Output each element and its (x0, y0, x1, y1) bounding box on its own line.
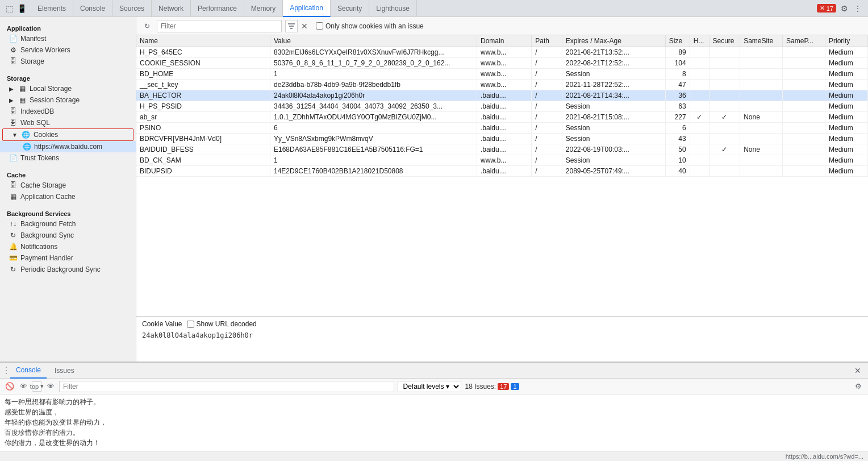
refresh-button[interactable]: ↻ (141, 20, 153, 32)
col-header-name[interactable]: Name (136, 35, 270, 47)
console-eye-icon[interactable]: 👁 (18, 381, 28, 392)
cell-domain: www.b... (477, 47, 531, 58)
cache-section-title: Cache (0, 168, 136, 180)
col-header-samep[interactable]: SameP... (783, 35, 825, 47)
col-header-path[interactable]: Path (532, 35, 562, 47)
settings-icon[interactable]: ⚙ (838, 3, 850, 14)
table-row[interactable]: BD_CK_SAM1www.b.../Session10Medium (136, 155, 868, 166)
cell-value: 6 (270, 123, 477, 134)
tab-performance[interactable]: Performance (191, 0, 244, 17)
inspect-icon[interactable]: ⬚ (3, 3, 15, 14)
table-row[interactable]: BA_HECTOR24ak0l8l04ala4akop1gi206h0r.bai… (136, 90, 868, 101)
sidebar-item-trust-tokens[interactable]: 📄 Trust Tokens (0, 152, 136, 164)
cell-size: 36 (665, 90, 690, 101)
tab-security[interactable]: Security (331, 0, 369, 17)
col-header-h[interactable]: H... (690, 35, 709, 47)
table-row[interactable]: BIDUPSID14E2D9CE1760B402BB1A218021D50808… (136, 166, 868, 177)
table-row[interactable]: BAIDUID_BFESSE168DA63AE85F881C16EE1A5B75… (136, 144, 868, 155)
clear-filter-button[interactable]: ✕ (301, 22, 308, 31)
sidebar-item-cookies[interactable]: ▼ 🌐 Cookies (2, 128, 133, 141)
console-output[interactable]: 每一种思想都有影响力的种子。感受世界的温度，年轻的你也能为改变世界的动力，百度珍… (0, 394, 868, 451)
cell-path: / (532, 47, 562, 58)
sidebar-item-session-storage[interactable]: ▶ ▦ Session Storage (0, 94, 136, 106)
table-row[interactable]: ab_sr1.0.1_ZDhhMTAxODU4MGY0OTg0MzBIZGU0Z… (136, 112, 868, 123)
console-target-icon[interactable]: top ▾ (32, 381, 42, 392)
show-url-decoded-checkbox[interactable] (187, 321, 194, 328)
sidebar-item-local-storage[interactable]: ▶ ▦ Local Storage (0, 83, 136, 94)
sidebar-item-storage[interactable]: 🗄 Storage (0, 56, 136, 67)
log-level-select[interactable]: Default levels ▾ (398, 381, 461, 392)
tab-issues[interactable]: Issues (49, 363, 80, 379)
more-icon[interactable]: ⋮ (852, 3, 863, 14)
col-header-domain[interactable]: Domain (477, 35, 531, 47)
col-header-secure[interactable]: Secure (709, 35, 740, 47)
cell-expires---max-age: 2021-11-28T22:52:... (562, 80, 665, 90)
table-row[interactable]: H_PS_645EC8302mEIJ6s6LCYXxQeIR81v0XSXnuv… (136, 47, 868, 58)
cell-samep--- (783, 80, 825, 90)
close-console-icon[interactable]: ✕ (852, 365, 863, 376)
sidebar-item-indexeddb[interactable]: 🗄 IndexedDB (0, 106, 136, 117)
cell-priority: Medium (825, 166, 867, 177)
only-issues-label[interactable]: Only show cookies with an issue (316, 22, 424, 30)
cell-path: / (532, 101, 562, 112)
notifications-icon: 🔔 (9, 243, 17, 251)
sidebar-item-bg-sync[interactable]: ↻ Background Sync (0, 230, 136, 241)
cell-samesite (740, 69, 783, 80)
tab-memory[interactable]: Memory (244, 0, 283, 17)
sidebar-item-notifications[interactable]: 🔔 Notifications (0, 241, 136, 252)
sidebar-item-websql[interactable]: 🗄 Web SQL (0, 117, 136, 128)
col-header-expires[interactable]: Expires / Max-Age (562, 35, 665, 47)
cell-path: / (532, 90, 562, 101)
col-header-value[interactable]: Value (270, 35, 477, 47)
cell-name: BIDUPSID (136, 166, 270, 177)
tab-console[interactable]: Console (10, 363, 47, 379)
table-row[interactable]: COOKIE_SESSION50376_0_8_9_6_11_1_0_7_9_2… (136, 58, 868, 69)
cell-name: H_PS_PSSID (136, 101, 270, 112)
tab-elements[interactable]: Elements (31, 0, 73, 17)
table-row[interactable]: H_PS_PSSID34436_31254_34404_34004_34073_… (136, 101, 868, 112)
console-filter-input[interactable] (59, 381, 394, 392)
console-settings-icon[interactable]: ⚙ (853, 381, 863, 392)
tab-console[interactable]: Console (73, 0, 112, 17)
tab-sources[interactable]: Sources (112, 0, 152, 17)
tab-network[interactable]: Network (152, 0, 191, 17)
error-badge[interactable]: ✕ 17 (817, 4, 836, 13)
sidebar-item-periodic-bg-sync[interactable]: ↻ Periodic Background Sync (0, 264, 136, 275)
issues-count-badge[interactable]: 18 Issues: 17 1 (465, 383, 519, 391)
cell-domain: .baidu.... (477, 144, 531, 155)
clear-console-icon[interactable]: 🚫 (5, 381, 15, 392)
cell-expires---max-age: Session (562, 123, 665, 134)
cell-name: BDRCVFR[VBH4JnM-Vd0] (136, 134, 270, 144)
cell-name: H_PS_645EC (136, 47, 270, 58)
cookie-filter-input[interactable] (157, 20, 282, 32)
bg-services-section-title: Background Services (0, 207, 136, 218)
col-header-size[interactable]: Size (665, 35, 690, 47)
sidebar-item-payment-handler[interactable]: 💳 Payment Handler (0, 252, 136, 264)
col-header-priority[interactable]: Priority (825, 35, 867, 47)
console-line: 百度珍惜你所有的潜力。 (5, 427, 863, 438)
sidebar-item-baidu-cookie[interactable]: 🌐 https://www.baidu.com (0, 141, 136, 152)
table-row[interactable]: PSINO6.baidu..../Session6Medium (136, 123, 868, 134)
only-issues-checkbox[interactable] (316, 22, 323, 30)
eye-icon[interactable]: 👁 (45, 381, 56, 392)
tab-application[interactable]: Application (283, 0, 331, 17)
cell-secure (709, 69, 740, 80)
cell-expires---max-age: Session (562, 69, 665, 80)
service-workers-icon: ⚙ (9, 46, 17, 54)
sidebar-item-app-cache[interactable]: ▦ Application Cache (0, 191, 136, 202)
device-icon[interactable]: 📱 (16, 3, 27, 14)
table-row[interactable]: __sec_t_keyde23ddba-b78b-4db9-9a9b-9f28b… (136, 80, 868, 90)
col-header-samesite[interactable]: SameSite (740, 35, 783, 47)
filter-options-button[interactable] (285, 20, 298, 32)
table-row[interactable]: BDRCVFR[VBH4JnM-Vd0]Yy_VSn8ASxbmg9kPWm8m… (136, 134, 868, 144)
sidebar-item-service-workers[interactable]: ⚙ Service Workers (0, 44, 136, 56)
sidebar-item-cache-storage[interactable]: 🗄 Cache Storage (0, 180, 136, 191)
drag-handle[interactable]: ⋮ (5, 365, 8, 376)
show-url-decoded-label[interactable]: Show URL decoded (187, 320, 257, 328)
table-row[interactable]: BD_HOME1www.b.../Session8Medium (136, 69, 868, 80)
tab-lighthouse[interactable]: Lighthouse (369, 0, 417, 17)
sidebar-item-manifest[interactable]: 📄 Manifest (0, 33, 136, 44)
cell-domain: .baidu.... (477, 90, 531, 101)
sidebar-item-bg-fetch[interactable]: ↑↓ Background Fetch (0, 218, 136, 230)
cookie-table-wrap[interactable]: Name Value Domain Path Expires / Max-Age… (136, 35, 868, 316)
